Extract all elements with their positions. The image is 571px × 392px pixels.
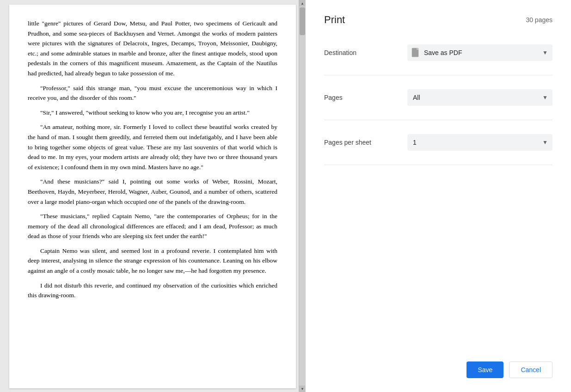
document-paragraph: "Professor," said this strange man, "you…: [28, 83, 277, 103]
document-paragraph: "Sir," I answered, "without seeking to k…: [28, 108, 277, 118]
scrollbar-track[interactable]: ▲ ▼: [299, 0, 305, 392]
scroll-up-button[interactable]: ▲: [299, 0, 305, 6]
pages-per-sheet-row: Pages per sheet 1 ▼: [324, 134, 553, 165]
document-paragraph: "And these musicians?" said I, pointing …: [28, 177, 277, 207]
cancel-button[interactable]: Cancel: [509, 361, 553, 378]
scroll-down-button[interactable]: ▼: [299, 386, 305, 392]
destination-value: Save as PDF: [424, 49, 462, 56]
document-paragraph: "These musicians," replied Captain Nemo,…: [28, 211, 277, 241]
document-paragraph: "An amateur, nothing more, sir. Formerly…: [28, 122, 277, 172]
pages-select[interactable]: All ▼: [407, 89, 553, 106]
pages-control: All ▼: [407, 89, 553, 106]
print-panel: Print 30 pages Destination Save as PDF ▼…: [305, 0, 571, 392]
document-text: little "genre" pictures of Gerard Dow, M…: [28, 18, 277, 300]
document-paragraph: I did not disturb this reverie, and cont…: [28, 281, 277, 300]
print-header: Print 30 pages: [324, 14, 553, 26]
document-page: little "genre" pictures of Gerard Dow, M…: [9, 5, 296, 388]
print-pages-count: 30 pages: [526, 16, 553, 24]
destination-label: Destination: [324, 49, 407, 56]
pages-row: Pages All ▼: [324, 89, 553, 120]
pages-per-sheet-dropdown-arrow: ▼: [542, 139, 548, 146]
print-title: Print: [324, 14, 345, 26]
pages-per-sheet-select[interactable]: 1 ▼: [407, 134, 553, 151]
document-panel: little "genre" pictures of Gerard Dow, M…: [0, 0, 305, 392]
document-paragraph: Captain Nemo was silent, and seemed lost…: [28, 246, 277, 276]
pdf-icon: [411, 47, 420, 58]
destination-control: Save as PDF ▼: [407, 44, 553, 61]
pages-dropdown-arrow: ▼: [542, 94, 548, 101]
pages-per-sheet-value: 1: [413, 139, 417, 146]
svg-rect-2: [417, 48, 418, 50]
pages-value: All: [413, 94, 420, 101]
save-button[interactable]: Save: [467, 361, 503, 378]
footer-buttons: Save Cancel: [324, 352, 553, 378]
pages-label: Pages: [324, 94, 407, 101]
destination-dropdown-arrow: ▼: [542, 49, 548, 56]
document-paragraph: little "genre" pictures of Gerard Dow, M…: [28, 18, 277, 79]
pages-per-sheet-label: Pages per sheet: [324, 139, 407, 146]
pages-per-sheet-control: 1 ▼: [407, 134, 553, 151]
destination-row: Destination Save as PDF ▼: [324, 44, 553, 75]
destination-select[interactable]: Save as PDF ▼: [407, 44, 553, 61]
scrollbar-thumb[interactable]: [300, 7, 305, 35]
